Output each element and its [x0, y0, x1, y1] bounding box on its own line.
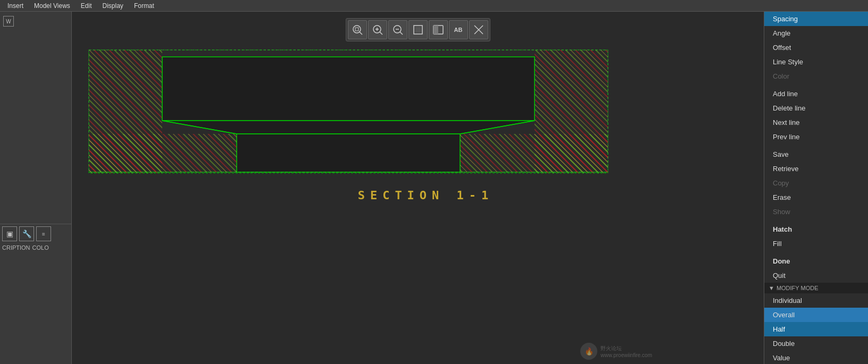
menu-fill[interactable]: Fill — [764, 236, 868, 251]
menu-format[interactable]: Format — [129, 1, 160, 11]
sidebar-cription-label: CRIPTION — [2, 244, 30, 251]
sidebar-icon-w: W — [3, 16, 14, 27]
modify-mode-header: ▼ MODIFY MODE — [764, 283, 868, 293]
menu-show: Show — [764, 205, 868, 219]
canvas-area: AB — [72, 12, 764, 364]
svg-rect-28 — [460, 134, 608, 172]
menu-delete-line[interactable]: Delete line — [764, 101, 868, 115]
section-drawing: SECTION 1-1 — [88, 49, 764, 202]
sidebar-bottom-panel: ▣ 🔧 ≡ CRIPTION COLO — [0, 224, 71, 364]
menu-offset[interactable]: Offset — [764, 40, 868, 55]
menu-overall[interactable]: Overall — [764, 308, 868, 322]
view-mode-button[interactable] — [429, 20, 448, 39]
repaint-button[interactable] — [408, 20, 428, 39]
section-label: SECTION 1-1 — [88, 189, 764, 202]
right-menu-list: Spacing Angle Offset Line Style Color Ad… — [764, 12, 868, 364]
watermark: 🔥 野火论坛 www.proewiinfire.com — [580, 343, 652, 360]
menu-insert[interactable]: Insert — [2, 1, 29, 11]
menu-spacing[interactable]: Spacing — [764, 12, 868, 26]
menu-display[interactable]: Display — [97, 1, 129, 11]
toolbar: AB — [346, 18, 490, 41]
text-button[interactable]: AB — [449, 20, 468, 39]
svg-rect-22 — [162, 57, 535, 121]
menu-line-style[interactable]: Line Style — [764, 55, 868, 69]
sidebar-color-label: COLO — [32, 244, 49, 251]
svg-rect-11 — [415, 27, 421, 32]
menu-done[interactable]: Done — [764, 254, 868, 268]
menu-individual[interactable]: Individual — [764, 293, 868, 308]
menu-quit[interactable]: Quit — [764, 268, 868, 283]
svg-rect-13 — [433, 26, 438, 34]
menu-next-line[interactable]: Next line — [764, 115, 868, 130]
right-panel: Spacing Angle Offset Line Style Color Ad… — [764, 12, 868, 364]
sidebar-icon-box[interactable]: ▣ — [2, 226, 17, 241]
chevron-down-icon: ▼ — [769, 285, 774, 291]
svg-rect-27 — [89, 134, 237, 172]
svg-rect-24 — [237, 134, 460, 172]
menu-half[interactable]: Half — [764, 322, 868, 336]
sidebar-top-panel: W — [0, 12, 71, 224]
watermark-icon: 🔥 — [580, 343, 597, 360]
zoom-out-button[interactable] — [388, 20, 407, 39]
svg-point-0 — [353, 26, 361, 33]
menu-color: Color — [764, 69, 868, 83]
left-sidebar: W ▣ 🔧 ≡ CRIPTION COLO — [0, 12, 72, 364]
watermark-line1: 野火论坛 — [600, 345, 652, 352]
menu-prev-line[interactable]: Prev line — [764, 130, 868, 144]
zoom-area-button[interactable] — [348, 20, 367, 39]
menu-double[interactable]: Double — [764, 336, 868, 351]
main-layout: W ▣ 🔧 ≡ CRIPTION COLO — [0, 12, 868, 364]
menu-angle[interactable]: Angle — [764, 26, 868, 40]
menu-value[interactable]: Value — [764, 351, 868, 364]
menu-hatch[interactable]: Hatch — [764, 222, 868, 236]
dimension-button[interactable] — [469, 20, 488, 39]
menu-edit[interactable]: Edit — [76, 1, 97, 11]
svg-marker-23 — [162, 121, 535, 134]
menu-copy: Copy — [764, 176, 868, 190]
menu-retrieve[interactable]: Retrieve — [764, 162, 868, 176]
sidebar-icon-tool[interactable]: 🔧 — [19, 226, 34, 241]
svg-line-4 — [380, 32, 382, 35]
svg-rect-2 — [355, 28, 358, 31]
menu-save[interactable]: Save — [764, 147, 868, 162]
menu-model-views[interactable]: Model Views — [29, 1, 76, 11]
menu-bar: Insert Model Views Edit Display Format — [0, 0, 868, 12]
watermark-line2: www.proewiinfire.com — [600, 352, 652, 358]
sidebar-bottom-row: ▣ 🔧 ≡ — [2, 226, 69, 241]
svg-line-1 — [360, 32, 362, 35]
menu-add-line[interactable]: Add line — [764, 87, 868, 101]
zoom-in-button[interactable] — [368, 20, 387, 39]
menu-erase[interactable]: Erase — [764, 190, 868, 205]
sidebar-icon-list[interactable]: ≡ — [36, 226, 51, 241]
section-svg — [88, 49, 609, 182]
svg-line-8 — [400, 32, 403, 35]
modify-mode-label: MODIFY MODE — [777, 285, 819, 291]
